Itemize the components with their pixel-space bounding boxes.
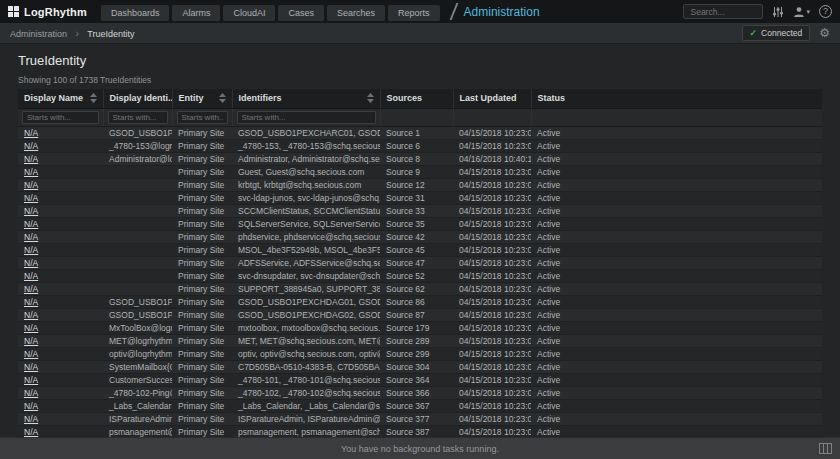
- table-row[interactable]: N/AMxToolBox@logr...Primary Sitemxtoolbo…: [18, 321, 822, 334]
- breadcrumb-trueidentity[interactable]: TrueIdentity: [87, 29, 134, 39]
- column-header-status[interactable]: Status: [531, 89, 822, 108]
- nav-searches[interactable]: Searches: [327, 5, 385, 21]
- display-name-cell: N/A: [18, 282, 103, 295]
- display-name-link[interactable]: N/A: [24, 427, 38, 437]
- logrhythm-logo[interactable]: LogRhythm: [8, 6, 87, 18]
- table-row[interactable]: N/APrimary SiteGuest, Guest@schq.secious…: [18, 165, 822, 178]
- status-cell: Active: [531, 334, 822, 347]
- table-row[interactable]: N/ASystemMailbox{C...Primary SiteC7D505B…: [18, 360, 822, 373]
- table-row[interactable]: N/APrimary SiteSUPPORT_388945a0, SUPPORT…: [18, 282, 822, 295]
- table-row[interactable]: N/A_4780-153@logrh...Primary Site_4780-1…: [18, 139, 822, 152]
- display-name-link[interactable]: N/A: [24, 154, 38, 164]
- nav-alarms[interactable]: Alarms: [172, 5, 220, 21]
- display-name-link[interactable]: N/A: [24, 271, 38, 281]
- sort-icon: [219, 93, 226, 103]
- last-updated-cell: 04/15/2018 10:23:03 pm: [453, 295, 531, 308]
- nav-dashboards[interactable]: Dashboards: [101, 5, 170, 21]
- nav-reports[interactable]: Reports: [388, 5, 440, 21]
- table-row[interactable]: N/APrimary Sitesvc-dnsupdater, svc-dnsup…: [18, 269, 822, 282]
- sources-cell: Source 299: [380, 347, 453, 360]
- display-name-link[interactable]: N/A: [24, 128, 38, 138]
- table-row[interactable]: N/APrimary Sitesvc-ldap-junos, svc-ldap-…: [18, 191, 822, 204]
- table-row[interactable]: N/AGSOD_USBO1PEX...Primary SiteGSOD_USBO…: [18, 126, 822, 139]
- column-header-display-name[interactable]: Display Name: [18, 89, 103, 108]
- display-name-link[interactable]: N/A: [24, 388, 38, 398]
- nav-cloudai[interactable]: CloudAI: [223, 5, 275, 21]
- column-header-display-identifier[interactable]: Display Identi...: [103, 89, 172, 108]
- display-identifier-cell: MxToolBox@logr...: [103, 321, 172, 334]
- identifiers-cell: SCCMClientStatus, SCCMClientStatus@schq.…: [232, 204, 380, 217]
- table-row[interactable]: N/APrimary SiteMSOL_4be3F52949b, MSOL_4b…: [18, 243, 822, 256]
- filter-identifiers-input[interactable]: [237, 111, 376, 124]
- display-identifier-cell: MET@logrhythm...: [103, 334, 172, 347]
- display-name-link[interactable]: N/A: [24, 323, 38, 333]
- help-icon[interactable]: ?: [819, 5, 832, 18]
- last-updated-cell: 04/15/2018 10:23:03 pm: [453, 217, 531, 230]
- filter-entity-input[interactable]: [177, 111, 228, 124]
- sources-cell: Source 377: [380, 412, 453, 425]
- display-name-link[interactable]: N/A: [24, 362, 38, 372]
- entity-cell: Primary Site: [172, 373, 232, 386]
- display-name-link[interactable]: N/A: [24, 414, 38, 424]
- nav-cases[interactable]: Cases: [278, 5, 324, 21]
- table-row[interactable]: N/AISParatureAdmin...Primary SiteISParat…: [18, 412, 822, 425]
- table-row[interactable]: N/APrimary Sitekrbtgt, krbtgt@schq.secio…: [18, 178, 822, 191]
- display-identifier-cell: [103, 269, 172, 282]
- display-name-link[interactable]: N/A: [24, 245, 38, 255]
- breadcrumb-administration[interactable]: Administration: [10, 29, 67, 39]
- table-row[interactable]: N/APrimary Sitephdservice, phdservice@sc…: [18, 230, 822, 243]
- sources-cell: Source 8: [380, 152, 453, 165]
- connected-toggle[interactable]: ✓ Connected: [742, 25, 811, 41]
- display-name-link[interactable]: N/A: [24, 284, 38, 294]
- column-header-sources[interactable]: Sources: [380, 89, 453, 108]
- table-row[interactable]: N/AAdministrator@lo...Primary SiteAdmini…: [18, 152, 822, 165]
- display-name-link[interactable]: N/A: [24, 310, 38, 320]
- table-row[interactable]: N/Apsmanagement@...Primary Sitepsmanagem…: [18, 425, 822, 437]
- display-name-link[interactable]: N/A: [24, 180, 38, 190]
- table-row[interactable]: N/APrimary SiteADFSService, ADFSService@…: [18, 256, 822, 269]
- column-header-last-updated[interactable]: Last Updated: [453, 89, 531, 108]
- search-input[interactable]: [683, 4, 763, 19]
- display-identifier-cell: GSOD_USBO1PEX...: [103, 295, 172, 308]
- display-name-link[interactable]: N/A: [24, 258, 38, 268]
- panel-grid-icon[interactable]: [819, 443, 832, 456]
- gear-icon[interactable]: ⚙: [819, 26, 830, 40]
- display-name-link[interactable]: N/A: [24, 219, 38, 229]
- display-name-link[interactable]: N/A: [24, 401, 38, 411]
- column-header-identifiers[interactable]: Identifiers: [232, 89, 380, 108]
- table-row[interactable]: N/AMET@logrhythm...Primary SiteMET, MET@…: [18, 334, 822, 347]
- sliders-icon[interactable]: [772, 6, 784, 18]
- sort-icon: [90, 93, 97, 103]
- table-row[interactable]: N/AGSOD_USBO1PEX...Primary SiteGSOD_USBO…: [18, 308, 822, 321]
- identifiers-cell: MSOL_4be3F52949b, MSOL_4be3F52949b...: [232, 243, 380, 256]
- table-row[interactable]: N/ACustomerSuccess...Primary Site_4780-1…: [18, 373, 822, 386]
- entity-cell: Primary Site: [172, 412, 232, 425]
- last-updated-cell: 04/15/2018 10:23:03 pm: [453, 243, 531, 256]
- display-name-link[interactable]: N/A: [24, 193, 38, 203]
- display-name-link[interactable]: N/A: [24, 232, 38, 242]
- user-menu[interactable]: ▾: [793, 6, 810, 18]
- filter-display-name-input[interactable]: [22, 111, 99, 124]
- display-name-link[interactable]: N/A: [24, 141, 38, 151]
- display-name-link[interactable]: N/A: [24, 167, 38, 177]
- display-name-link[interactable]: N/A: [24, 206, 38, 216]
- display-name-link[interactable]: N/A: [24, 336, 38, 346]
- status-cell: Active: [531, 256, 822, 269]
- table-row[interactable]: N/Aoptiv@logrhythm...Primary Siteoptiv, …: [18, 347, 822, 360]
- table-row[interactable]: N/AGSOD_USBO1PEX...Primary SiteGSOD_USBO…: [18, 295, 822, 308]
- column-header-entity[interactable]: Entity: [172, 89, 232, 108]
- table-row[interactable]: N/APrimary SiteSCCMClientStatus, SCCMCli…: [18, 204, 822, 217]
- table-row[interactable]: N/APrimary SiteSQLServerService, SQLServ…: [18, 217, 822, 230]
- identifiers-cell: ISParatureAdmin, ISParatureAdmin@schq.se…: [232, 412, 380, 425]
- display-name-link[interactable]: N/A: [24, 375, 38, 385]
- table-row[interactable]: N/A_4780-102-Ping@...Primary Site_4780-1…: [18, 386, 822, 399]
- table-row[interactable]: N/A_Labs_Calendar@...Primary Site_Labs_C…: [18, 399, 822, 412]
- connected-label: Connected: [761, 28, 802, 38]
- display-name-link[interactable]: N/A: [24, 349, 38, 359]
- display-identifier-cell: ISParatureAdmin...: [103, 412, 172, 425]
- active-section-label[interactable]: Administration: [464, 5, 540, 19]
- display-name-link[interactable]: N/A: [24, 297, 38, 307]
- filter-display-identifier-input[interactable]: [108, 111, 168, 124]
- identifiers-cell: _4780-153, _4780-153@schq.secious.com, .…: [232, 139, 380, 152]
- display-identifier-cell: [103, 256, 172, 269]
